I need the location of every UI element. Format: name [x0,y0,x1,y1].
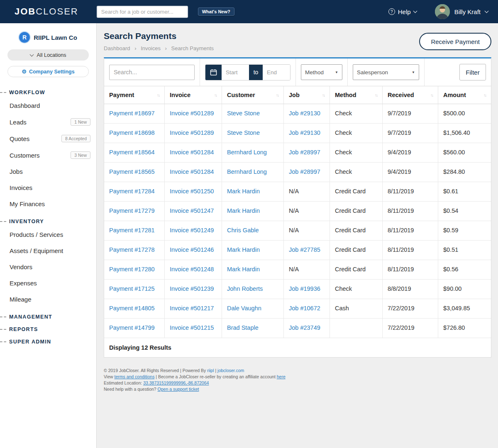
filter-button[interactable]: Filter [459,64,486,80]
sidebar-item-products-services[interactable]: Products / Services [0,226,96,243]
riipl-link[interactable]: riipl [207,368,214,373]
sidebar-section-workflow[interactable]: WORKFLOW [0,90,96,95]
sort-icon[interactable]: ↑↓ [214,93,217,97]
salesperson-select[interactable]: Salesperson ▼ [353,64,419,80]
invoice-link[interactable]: Invoice #501250 [170,188,214,195]
company-settings-button[interactable]: ⚙ Company Settings [7,66,89,77]
app-logo[interactable]: JOBCLOSER [15,6,78,17]
job-link[interactable]: Job #29130 [289,129,320,136]
customer-link[interactable]: Mark Hardin [227,266,260,273]
global-search-input[interactable] [97,6,188,18]
sidebar-item-quotes[interactable]: Quotes8 Accepted [0,130,96,147]
job-link[interactable]: Job #27785 [289,246,320,253]
invoice-link[interactable]: Invoice #501289 [170,110,214,117]
payment-link[interactable]: Payment #17125 [109,285,155,292]
sort-icon[interactable]: ↑↓ [483,93,486,97]
customer-link[interactable]: Dale Vaughn [227,305,261,312]
customer-link[interactable]: Mark Hardin [227,188,260,195]
customer-link[interactable]: Brad Staple [227,324,259,331]
job-link[interactable]: Job #19936 [289,285,320,292]
breadcrumb-invoices[interactable]: Invoices [141,45,161,51]
breadcrumb-dashboard[interactable]: Dashboard [104,45,130,51]
invoice-link[interactable]: Invoice #501284 [170,168,214,175]
sidebar-item-assets-equipment[interactable]: Assets / Equipment [0,243,96,259]
affiliate-link[interactable]: here [277,374,286,379]
payment-link[interactable]: Payment #17278 [109,246,155,253]
terms-link[interactable]: terms and conditions [115,374,155,379]
payment-link[interactable]: Payment #18564 [109,149,155,156]
invoice-link[interactable]: Invoice #501246 [170,246,214,253]
customer-link[interactable]: Bernhard Long [227,149,267,156]
customer-link[interactable]: Mark Hardin [227,207,260,214]
calendar-button[interactable] [205,65,222,80]
invoice-link[interactable]: Invoice #501249 [170,227,214,234]
customer-link[interactable]: John Roberts [227,285,263,292]
sort-icon[interactable]: ↑↓ [157,93,159,97]
method-select[interactable]: Method ▼ [301,64,342,80]
payment-link[interactable]: Payment #18698 [109,129,155,136]
search-input[interactable] [109,65,195,80]
sort-icon[interactable]: ↑↓ [375,93,377,97]
job-link[interactable]: Job #28997 [289,168,320,175]
job-link[interactable]: Job #28997 [289,149,320,156]
job-link[interactable]: Job #10672 [289,305,320,312]
payment-link[interactable]: Payment #17280 [109,266,155,273]
start-date-input[interactable] [222,65,249,80]
sidebar-item-mileage[interactable]: Mileage [0,291,96,307]
invoice-link[interactable]: Invoice #501247 [170,207,214,214]
sidebar-item-vendors[interactable]: Vendors [0,259,96,275]
user-menu[interactable]: Billy Kraft [435,4,488,19]
sidebar-section-management[interactable]: MANAGEMENT [0,314,96,320]
job-link[interactable]: Job #29130 [289,110,320,117]
sidebar-item-dashboard[interactable]: Dashboard [0,97,96,114]
sort-icon[interactable]: ↑↓ [276,93,278,97]
customer-link[interactable]: Bernhard Long [227,168,267,175]
customer-link[interactable]: Mark Hardin [227,246,260,253]
jobcloser-link[interactable]: jobcloser.com [217,368,244,373]
sort-icon[interactable]: ↑↓ [430,93,433,97]
column-header-invoice[interactable]: Invoice↑↓ [165,86,222,104]
payment-link[interactable]: Payment #17279 [109,207,155,214]
customer-link[interactable]: Chris Gable [227,227,259,234]
sort-icon[interactable]: ↑↓ [322,93,325,97]
sidebar-item-expenses[interactable]: Expenses [0,275,96,291]
column-header-method[interactable]: Method↑↓ [330,86,383,104]
whats-new-button[interactable]: What's New? [198,7,234,16]
job-link[interactable]: Job #23749 [289,324,320,331]
column-header-received[interactable]: Received↑↓ [383,86,438,104]
help-menu[interactable]: ? Help [388,8,417,15]
location-coordinates-link[interactable]: 33.387315199999996,-86.872064 [143,380,209,385]
column-header-payment[interactable]: Payment↑↓ [104,86,165,104]
column-header-job[interactable]: Job↑↓ [284,86,330,104]
invoice-link[interactable]: Invoice #501284 [170,149,214,156]
customer-link[interactable]: Steve Stone [227,129,260,136]
column-header-customer[interactable]: Customer↑↓ [222,86,284,104]
sidebar-section-super-admin[interactable]: SUPER ADMIN [0,339,96,345]
sidebar-section-inventory[interactable]: INVENTORY [0,219,96,224]
support-ticket-link[interactable]: Open a support ticket [158,387,199,392]
payment-link[interactable]: Payment #14805 [109,305,155,312]
invoice-link[interactable]: Invoice #501215 [170,324,214,331]
invoice-link[interactable]: Invoice #501239 [170,285,214,292]
payment-link[interactable]: Payment #14799 [109,324,155,331]
sidebar-item-jobs[interactable]: Jobs [0,163,96,180]
sidebar-item-leads[interactable]: Leads1 New [0,114,96,130]
payment-link[interactable]: Payment #18697 [109,110,155,117]
receive-payment-button[interactable]: Receive Payment [419,33,491,50]
sidebar-item-invoices[interactable]: Invoices [0,180,96,196]
company-settings-label: Company Settings [29,69,75,75]
invoice-link[interactable]: Invoice #501217 [170,305,214,312]
sidebar-item-customers[interactable]: Customers3 New [0,147,96,163]
invoice-link[interactable]: Invoice #501248 [170,266,214,273]
sidebar-section-reports[interactable]: REPORTS [0,326,96,332]
column-header-amount[interactable]: Amount↑↓ [438,86,491,104]
customer-link[interactable]: Steve Stone [227,110,260,117]
payment-link[interactable]: Payment #17284 [109,188,155,195]
invoice-link[interactable]: Invoice #501289 [170,129,214,136]
method-cell: Cash [330,299,383,318]
payment-link[interactable]: Payment #17281 [109,227,155,234]
payment-link[interactable]: Payment #18565 [109,168,155,175]
locations-dropdown[interactable]: All Locations [7,49,89,61]
sidebar-item-my-finances[interactable]: My Finances [0,196,96,212]
end-date-input[interactable] [263,65,290,80]
